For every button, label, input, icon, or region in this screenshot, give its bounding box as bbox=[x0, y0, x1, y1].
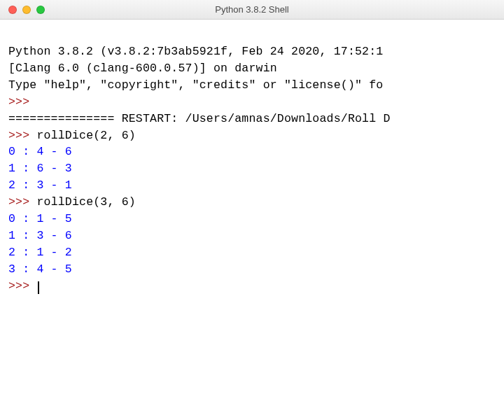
maximize-icon[interactable] bbox=[36, 6, 45, 14]
repl-output-line: 1 : 6 - 3 bbox=[8, 162, 72, 175]
shell-output[interactable]: Python 3.8.2 (v3.8.2:7b3ab5921f, Feb 24 … bbox=[0, 20, 504, 303]
repl-input: rollDice(2, 6) bbox=[36, 129, 135, 142]
prompt: >>> bbox=[8, 195, 29, 209]
titlebar: Python 3.8.2 Shell bbox=[0, 0, 504, 20]
prompt: >>> bbox=[8, 95, 29, 108]
repl-output-line: 3 : 4 - 5 bbox=[8, 262, 72, 276]
repl-output-line: 0 : 1 - 5 bbox=[8, 212, 72, 225]
banner-line: [Clang 6.0 (clang-600.0.57)] on darwin bbox=[8, 62, 277, 75]
repl-output-line: 0 : 4 - 6 bbox=[8, 145, 72, 158]
prompt: >>> bbox=[8, 129, 29, 142]
minimize-icon[interactable] bbox=[22, 6, 31, 14]
restart-line: =============== RESTART: /Users/amnas/Do… bbox=[8, 112, 391, 125]
banner-line: Python 3.8.2 (v3.8.2:7b3ab5921f, Feb 24 … bbox=[8, 45, 383, 58]
repl-output-line: 2 : 3 - 1 bbox=[8, 178, 72, 192]
prompt: >>> bbox=[8, 279, 29, 293]
banner-line: Type "help", "copyright", "credits" or "… bbox=[8, 78, 383, 92]
close-icon[interactable] bbox=[8, 6, 17, 14]
cursor bbox=[38, 281, 39, 294]
repl-output-line: 2 : 1 - 2 bbox=[8, 246, 72, 259]
window-title: Python 3.8.2 Shell bbox=[0, 4, 504, 15]
window-controls bbox=[0, 6, 45, 14]
repl-input: rollDice(3, 6) bbox=[36, 195, 135, 209]
repl-output-line: 1 : 3 - 6 bbox=[8, 229, 72, 242]
